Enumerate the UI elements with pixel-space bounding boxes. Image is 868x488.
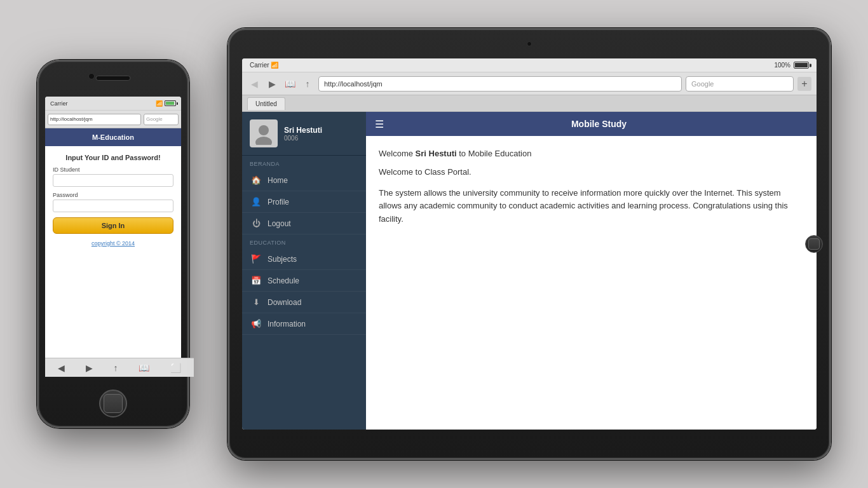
- profile-info: Sri Hestuti 0006: [284, 126, 322, 142]
- home-icon: 🏠: [251, 175, 261, 185]
- browser-url-input[interactable]: http://localhost/jqm: [318, 76, 682, 92]
- profile-avatar: [250, 119, 278, 147]
- browser-share-button[interactable]: ↑: [301, 77, 315, 91]
- iphone-back-icon[interactable]: ◀: [58, 363, 65, 373]
- schedule-icon: 📅: [251, 276, 261, 285]
- iphone-tabs-icon[interactable]: ⬜: [170, 363, 181, 373]
- ipad-wifi-icon: 📶: [271, 62, 278, 69]
- sidebar-item-logout[interactable]: ⏻ Logout: [242, 213, 366, 234]
- iphone-camera: [88, 73, 95, 79]
- ipad-carrier: Carrier 📶: [250, 62, 278, 69]
- iphone-password-label: Password: [53, 192, 78, 198]
- ipad-home-button-inner: [808, 238, 820, 250]
- subjects-icon: 🚩: [251, 254, 261, 264]
- app-title: Mobile Study: [390, 119, 808, 129]
- sidebar-subjects-label: Subjects: [268, 255, 297, 264]
- profile-id: 0006: [284, 135, 322, 142]
- iphone-content: Input Your ID and Password! ID Student P…: [45, 146, 181, 376]
- ipad-home-button[interactable]: [805, 235, 823, 253]
- profile-icon: 👤: [251, 197, 261, 207]
- ipad-screen: Carrier 📶 100% ◀ ▶ 📖 ↑ http://localhost/…: [242, 58, 817, 430]
- welcome-portal: Welcome to Class Portal.: [379, 166, 804, 179]
- iphone-bottom-bar: ◀ ▶ ↑ 📖 ⬜: [45, 358, 181, 376]
- iphone-app-header: M-Education: [45, 128, 181, 146]
- iphone-id-label: ID Student: [53, 166, 80, 173]
- browser-bookmarks-button[interactable]: 📖: [283, 77, 297, 91]
- ipad-camera: [527, 41, 532, 46]
- iphone-screen: Carrier 📶 http://localhost/jqm Google M-…: [45, 97, 181, 376]
- iphone-copyright[interactable]: copyright © 2014: [92, 240, 135, 247]
- iphone-home-button[interactable]: [99, 390, 127, 417]
- browser-forward-button[interactable]: ▶: [265, 77, 279, 91]
- ipad-status-bar: Carrier 📶 100%: [242, 58, 817, 72]
- sidebar-profile: Sri Hestuti 0006: [242, 112, 366, 156]
- sidebar-item-subjects[interactable]: 🚩 Subjects: [242, 248, 366, 270]
- sidebar-schedule-label: Schedule: [268, 276, 299, 285]
- sidebar-profile-label: Profile: [268, 198, 289, 207]
- ipad-tab-untitled[interactable]: Untitled: [247, 97, 285, 110]
- iphone-carrier: Carrier: [50, 100, 68, 107]
- iphone-home-button-inner: [104, 394, 123, 413]
- welcome-greeting: Welcome Sri Hestuti to Mobile Education: [379, 147, 804, 161]
- ipad-tab-bar: Untitled: [242, 95, 817, 112]
- welcome-description: The system allows the university communi…: [379, 187, 804, 226]
- iphone-url-bar: http://localhost/jqm Google: [45, 111, 181, 128]
- iphone-google-input[interactable]: Google: [144, 114, 179, 125]
- iphone-device: Carrier 📶 http://localhost/jqm Google M-…: [37, 60, 189, 428]
- main-body: Welcome Sri Hestuti to Mobile Education …: [366, 136, 817, 430]
- iphone-status-bar: Carrier 📶: [45, 97, 181, 111]
- iphone-signin-button[interactable]: Sign In: [53, 217, 173, 234]
- sidebar-download-label: Download: [268, 298, 301, 307]
- iphone-status-right: 📶: [156, 100, 176, 107]
- main-content: ☰ Mobile Study Welcome Sri Hestuti to Mo…: [366, 112, 817, 430]
- sidebar-information-label: Information: [268, 320, 306, 329]
- sidebar: Sri Hestuti 0006 Beranda 🏠 Home 👤 Profil…: [242, 112, 366, 430]
- browser-google-text: Google: [691, 80, 714, 88]
- ipad-battery-pct: 100%: [774, 62, 790, 69]
- browser-url-text: http://localhost/jqm: [324, 80, 383, 88]
- ipad-battery-fill: [795, 63, 808, 67]
- sidebar-item-home[interactable]: 🏠 Home: [242, 170, 366, 191]
- iphone-id-field[interactable]: [53, 174, 173, 187]
- sidebar-home-label: Home: [268, 176, 288, 185]
- iphone-share-icon[interactable]: ↑: [113, 363, 118, 373]
- download-icon: ⬇: [251, 297, 261, 307]
- ipad-app-area: Sri Hestuti 0006 Beranda 🏠 Home 👤 Profil…: [242, 112, 817, 430]
- iphone-forward-icon[interactable]: ▶: [86, 363, 93, 373]
- browser-new-tab-button[interactable]: +: [797, 77, 811, 91]
- sidebar-item-schedule[interactable]: 📅 Schedule: [242, 270, 366, 292]
- logout-icon: ⏻: [251, 219, 261, 228]
- sidebar-item-profile[interactable]: 👤 Profile: [242, 191, 366, 213]
- iphone-password-field[interactable]: [53, 200, 173, 212]
- information-icon: 📢: [251, 319, 261, 329]
- svg-point-0: [259, 125, 269, 135]
- avatar-icon: [252, 122, 275, 145]
- iphone-google-text: Google: [146, 116, 163, 122]
- app-header: ☰ Mobile Study: [366, 112, 817, 136]
- browser-google-input[interactable]: Google: [686, 76, 794, 92]
- profile-name: Sri Hestuti: [284, 126, 322, 135]
- ipad-status-right: 100%: [774, 62, 809, 69]
- sidebar-item-information[interactable]: 📢 Information: [242, 313, 366, 335]
- iphone-speaker: [96, 76, 131, 81]
- iphone-battery: [165, 100, 176, 106]
- ipad-device: Carrier 📶 100% ◀ ▶ 📖 ↑ http://localhost/…: [227, 28, 831, 460]
- iphone-url-text: http://localhost/jqm: [50, 116, 93, 122]
- sidebar-logout-label: Logout: [268, 219, 291, 228]
- ipad-browser-bar: ◀ ▶ 📖 ↑ http://localhost/jqm Google +: [242, 72, 817, 95]
- sidebar-section-beranda: Beranda: [242, 156, 366, 170]
- ipad-battery: [794, 62, 809, 69]
- svg-point-1: [255, 137, 272, 145]
- iphone-login-title: Input Your ID and Password!: [65, 154, 160, 161]
- hamburger-icon[interactable]: ☰: [375, 118, 384, 130]
- iphone-app-title: M-Education: [92, 133, 134, 141]
- sidebar-item-download[interactable]: ⬇ Download: [242, 292, 366, 313]
- iphone-wifi-icon: 📶: [156, 100, 163, 107]
- iphone-bookmarks-icon[interactable]: 📖: [139, 363, 149, 373]
- browser-back-button[interactable]: ◀: [247, 77, 261, 91]
- iphone-battery-fill: [166, 102, 174, 105]
- welcome-name: Sri Hestuti: [416, 149, 457, 158]
- iphone-url-input[interactable]: http://localhost/jqm: [48, 114, 141, 125]
- sidebar-section-education: Education: [242, 234, 366, 248]
